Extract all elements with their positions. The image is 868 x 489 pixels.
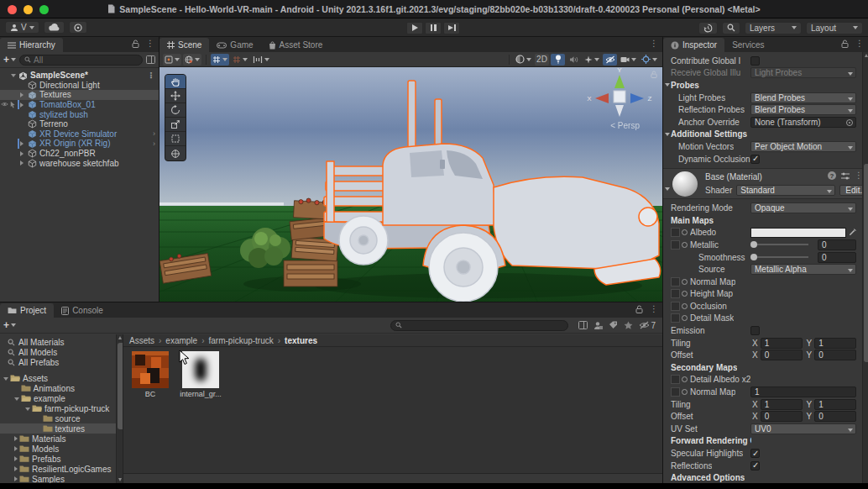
folder-materials[interactable]: Materials (0, 434, 123, 444)
kebab-menu-icon[interactable]: ⋮ (855, 39, 864, 48)
expander-icon[interactable] (20, 151, 24, 156)
favorite-all-materials[interactable]: All Materials (0, 337, 123, 347)
texture-picker-dot-icon[interactable] (682, 242, 688, 248)
foldout-arrow-icon[interactable] (665, 133, 670, 136)
favorite-all-prefabs[interactable]: All Prefabs (0, 357, 123, 367)
camera-settings-button[interactable] (619, 54, 638, 66)
help-icon[interactable]: ? (828, 171, 836, 180)
scale-tool-button[interactable] (165, 118, 186, 132)
lock-icon[interactable] (841, 39, 849, 48)
expander-icon[interactable] (14, 466, 18, 471)
foldout-arrow-icon[interactable] (665, 187, 670, 191)
eye-icon[interactable] (1, 101, 8, 108)
scene-viewport[interactable]: Y X Z < Persp (159, 67, 663, 302)
hierarchy-item-warehouse-sketchfab[interactable]: warehouse sketchfab (0, 158, 159, 168)
handle-rotation-global-button[interactable] (183, 54, 201, 66)
kebab-menu-icon[interactable]: ⋮ (650, 305, 658, 313)
favorites-star-icon[interactable] (624, 321, 633, 329)
lock-icon[interactable] (132, 39, 139, 48)
layout-dropdown[interactable]: Layout (806, 22, 863, 34)
checkbox-emission[interactable] (750, 326, 760, 335)
inspector-scrollbar[interactable] (862, 52, 868, 483)
presets-icon[interactable] (841, 172, 850, 180)
2d-toggle-button[interactable]: 2D (535, 54, 549, 66)
create-object-button[interactable]: + (3, 54, 16, 66)
expander-icon[interactable] (20, 92, 24, 97)
object-field-anchor-override[interactable]: None (Transform) (750, 117, 856, 128)
texture-picker-dot-icon[interactable] (682, 389, 688, 395)
x-value-field[interactable]: 1 (761, 338, 803, 349)
folder-models[interactable]: Models (0, 444, 123, 454)
tab-scene[interactable]: Scene (159, 38, 209, 52)
folder-samples[interactable]: Samples (0, 474, 123, 483)
slider-knob[interactable] (750, 254, 757, 260)
transform-tool-button[interactable] (165, 146, 186, 160)
undo-history-button[interactable] (698, 22, 718, 34)
favorite-all-models[interactable]: All Models (0, 347, 123, 357)
hidden-packages-toggle[interactable]: 7 (639, 321, 656, 330)
dropdown-receive-global-illu[interactable]: Light Probes (750, 67, 856, 78)
breadcrumb-segment[interactable]: Assets (129, 336, 154, 345)
breadcrumb-segment[interactable]: example (165, 336, 197, 345)
hierarchy-item-terreno[interactable]: Terreno (0, 119, 159, 129)
dropdown-reflection-probes[interactable]: Blend Probes (750, 104, 856, 115)
tab-services[interactable]: Services (724, 38, 771, 52)
slider-knob[interactable] (750, 241, 757, 248)
texture-picker-dot-icon[interactable] (682, 303, 688, 309)
texture-picker-dot-icon[interactable] (682, 279, 688, 285)
folder-assets[interactable]: Assets (0, 373, 123, 383)
play-button[interactable] (406, 22, 423, 34)
texture-picker-dot-icon[interactable] (682, 315, 688, 321)
texture-picker-dot-icon[interactable] (682, 229, 688, 235)
layers-dropdown[interactable]: Layers (745, 22, 802, 34)
rotate-tool-button[interactable] (165, 103, 186, 118)
folder-prefabs[interactable]: Prefabs (0, 454, 123, 464)
shading-mode-button[interactable] (514, 54, 533, 66)
account-button[interactable]: V (5, 21, 39, 34)
checkbox-reflections[interactable] (750, 461, 760, 471)
material-header[interactable]: Base (Material) ? ⋮ Shader Standard Edit… (663, 168, 868, 199)
tab-hierarchy[interactable]: Hierarchy (0, 38, 63, 52)
chevron-right-icon[interactable]: › (153, 139, 155, 148)
tool-settings-button[interactable] (163, 54, 181, 66)
folder-textures[interactable]: textures (0, 423, 123, 434)
object-picker-icon[interactable] (846, 119, 853, 126)
slider-track[interactable] (752, 256, 808, 258)
pane-icon[interactable] (578, 321, 588, 329)
asset-thumbnail[interactable] (132, 351, 169, 388)
normal-map-scale-field[interactable]: 1 (750, 386, 856, 397)
folder-resilientlogicgames[interactable]: ResilientLogicGames (0, 464, 123, 474)
expander-icon[interactable] (20, 160, 24, 166)
tab-console[interactable]: Console (54, 303, 111, 318)
grid-snapping-button[interactable] (211, 54, 229, 66)
texture-slot-well[interactable] (671, 277, 680, 287)
slider-value-field[interactable]: 0 (818, 252, 856, 263)
y-value-field[interactable]: 1 (814, 399, 856, 410)
hierarchy-search-input[interactable]: All (19, 55, 143, 66)
expander-icon[interactable] (14, 476, 18, 481)
project-tree-scrollbar[interactable] (116, 334, 123, 483)
pane-icon[interactable] (146, 55, 155, 64)
kebab-menu-icon[interactable]: ⋮ (147, 71, 155, 80)
tab-inspector[interactable]: Inspector (663, 38, 724, 52)
perspective-label[interactable]: < Persp (610, 121, 640, 130)
expander-icon[interactable] (25, 408, 30, 411)
version-control-button[interactable] (69, 21, 87, 34)
expander-icon[interactable] (20, 103, 24, 108)
scene-visibility-button[interactable] (603, 54, 617, 66)
pick-icon[interactable] (9, 101, 16, 108)
expander-icon[interactable] (20, 141, 24, 146)
asset-item-1[interactable]: BC (128, 351, 172, 398)
folder-example[interactable]: example (0, 393, 123, 403)
pause-button[interactable] (425, 22, 442, 34)
texture-picker-dot-icon[interactable] (682, 291, 688, 297)
hierarchy-item-samplescene[interactable]: SampleScene*⋮ (0, 71, 159, 81)
hierarchy-item-xr-device-simulator[interactable]: XR Device Simulator› (0, 129, 159, 139)
rect-tool-button[interactable] (165, 132, 186, 146)
search-by-label-icon[interactable] (609, 321, 618, 329)
snap-size-button[interactable] (251, 54, 271, 66)
expander-icon[interactable] (14, 446, 18, 451)
kebab-menu-icon[interactable]: ⋮ (146, 39, 154, 48)
tab-project[interactable]: Project (0, 303, 54, 318)
texture-slot-well[interactable] (671, 240, 680, 250)
